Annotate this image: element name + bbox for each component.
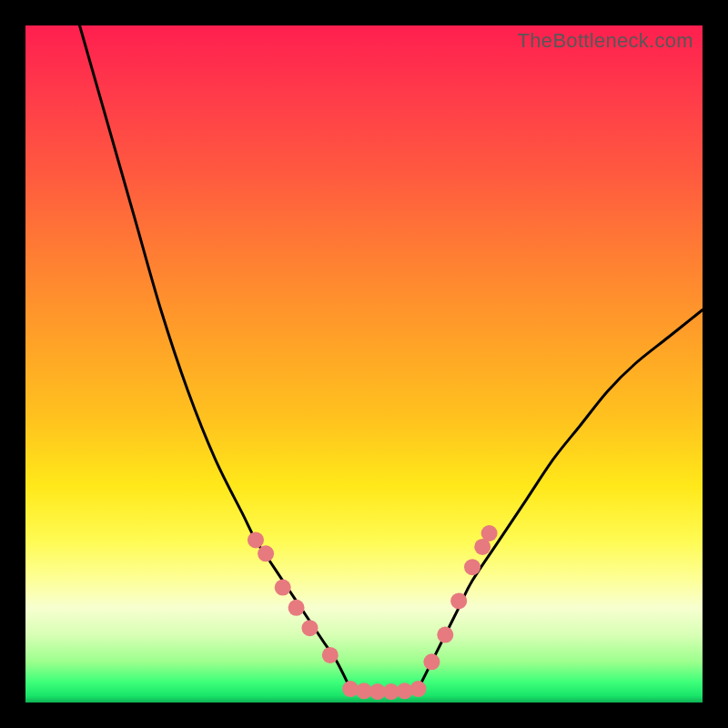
series-markers (248, 525, 498, 700)
data-marker (464, 559, 480, 575)
data-marker (410, 681, 427, 697)
data-marker (450, 592, 467, 609)
data-marker (481, 525, 498, 541)
data-marker (322, 647, 339, 663)
data-marker (437, 627, 453, 643)
data-marker (423, 653, 440, 670)
chart-frame: TheBottleneck.com (0, 0, 728, 728)
data-marker (275, 580, 291, 596)
data-marker (288, 600, 305, 616)
data-marker (248, 531, 264, 548)
series-lines (80, 25, 703, 693)
plot-area: TheBottleneck.com (25, 25, 703, 703)
chart-svg (25, 25, 703, 703)
data-marker (258, 545, 274, 561)
bottleneck-curve (80, 25, 703, 693)
data-marker (301, 620, 318, 636)
